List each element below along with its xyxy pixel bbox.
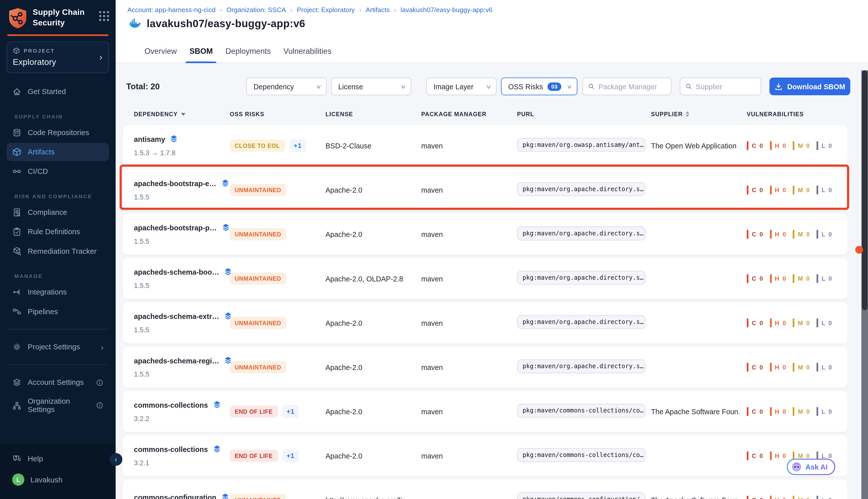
breadcrumb-artifact-name[interactable]: lavakush07/easy-buggy-app:v6 [401, 6, 493, 14]
sidebar-item-cicd[interactable]: CI/CD [7, 162, 109, 181]
sidebar-item-code-repositories[interactable]: Code Repositories [7, 123, 109, 142]
license-cell: Apache-2.0 [325, 230, 421, 239]
sidebar-collapse-button[interactable]: ‹ [110, 453, 122, 466]
vulnerability-count-L: L 0 [817, 186, 833, 194]
oss-risks-filter-dropdown[interactable]: OSS Risks 03 ∨ [501, 77, 578, 95]
purl-pill[interactable]: pkg:maven/org.apache.directory.s… [517, 226, 645, 240]
sidebar-item-account-settings[interactable]: Account Settings [7, 373, 109, 392]
sidebar-item-compliance[interactable]: Compliance [7, 203, 109, 222]
sidebar-item-integrations[interactable]: Integrations [7, 283, 109, 301]
purl-pill[interactable]: pkg:maven/commons-collections/co… [517, 448, 645, 462]
vulnerability-count-L: L 0 [817, 230, 833, 239]
purl-pill[interactable]: pkg:maven/org.apache.directory.s… [517, 315, 645, 329]
search-icon [685, 83, 692, 90]
scrollbar-thumb[interactable] [862, 70, 868, 310]
dependency-filter-dropdown[interactable]: Dependency ∨ [246, 77, 326, 95]
vulnerabilities-cell: C 0H 0M 0L 0 [747, 363, 848, 372]
page-title: lavakush07/easy-buggy-app:v6 [147, 17, 305, 30]
dependency-name: apacheds-schema-regi… [134, 356, 219, 365]
breadcrumb-account[interactable]: Account: app-harness-ng-cicd [127, 6, 216, 14]
oss-risk-badge[interactable]: +1 [282, 405, 299, 418]
docker-icon [128, 19, 142, 29]
table-row[interactable]: apacheds-schema-extr…1.5.5UNMAINTAINEDAp… [123, 302, 847, 343]
table-row[interactable]: apacheds-bootstrap-e…1.5.5UNMAINTAINEDAp… [123, 170, 847, 210]
module-accent-line [7, 35, 109, 36]
tab-vulnerabilities[interactable]: Vulnerabilities [284, 39, 331, 63]
sidebar-item-rule-definitions[interactable]: Rule Definitions [7, 222, 109, 241]
sidebar-item-project-settings[interactable]: Project Settings › [7, 338, 109, 356]
column-header-license: LICENSE [325, 111, 421, 117]
package-manager-cell: maven [421, 230, 517, 239]
oss-risk-badge[interactable]: +1 [289, 139, 306, 153]
table-row[interactable]: apacheds-schema-regi…1.5.5UNMAINTAINEDAp… [123, 346, 847, 388]
vulnerability-count-L: L 0 [817, 363, 833, 372]
column-header-vulnerabilities: VULNERABILITIES [747, 111, 848, 117]
tab-deployments[interactable]: Deployments [225, 39, 271, 63]
purl-pill[interactable]: pkg:maven/org.apache.directory.s… [517, 271, 645, 284]
license-filter-dropdown[interactable]: License ∨ [331, 77, 411, 95]
oss-risk-badge[interactable]: +1 [282, 449, 299, 463]
purl-pill[interactable]: pkg:maven/org.apache.directory.s… [517, 359, 645, 373]
section-label-supply-chain: SUPPLY CHAIN [14, 113, 108, 120]
chevron-down-icon: ∨ [486, 83, 492, 89]
table-row[interactable]: apacheds-schema-boo…1.5.5UNMAINTAINEDApa… [123, 258, 847, 299]
table-header-row: DEPENDENCY OSS RISKS LICENSE PACKAGE MAN… [123, 107, 847, 121]
oss-risks-cell: END OF LIFE+1 [230, 449, 325, 463]
sidebar-item-organization-settings[interactable]: Organization Settings [7, 393, 109, 418]
vulnerability-count-C: C 0 [747, 496, 764, 499]
supplier-search-input[interactable] [696, 82, 756, 90]
sidebar-item-remediation-tracker[interactable]: Remediation Tracker [7, 242, 109, 260]
sidebar-item-artifacts[interactable]: Artifacts [7, 143, 109, 161]
table-row[interactable]: commons-configurationUNMAINTAINEDhttp://… [123, 479, 847, 499]
package-manager-search-input[interactable] [598, 82, 666, 90]
app-window: Supply Chain Security PROJECT Explorator… [0, 0, 868, 499]
purl-pill[interactable]: pkg:maven/org.owasp.antisamy/ant… [517, 137, 645, 151]
table-row[interactable]: commons-collections3.2.1END OF LIFE+1Apa… [123, 435, 847, 476]
dependency-cell: apacheds-schema-regi…1.5.5 [134, 356, 230, 378]
sidebar-item-pipelines[interactable]: Pipelines [7, 302, 109, 321]
breadcrumb-project[interactable]: Project: Exploratory [297, 6, 355, 14]
column-header-dependency[interactable]: DEPENDENCY [134, 111, 230, 117]
vulnerabilities-cell: C 0H 0M 0L 0 [747, 186, 848, 194]
column-header-supplier[interactable]: SUPPLIER [651, 111, 747, 117]
purl-pill[interactable]: pkg:maven/commons-collections/co… [517, 403, 645, 417]
vulnerability-count-H: H 0 [770, 318, 787, 327]
sidebar-item-get-started[interactable]: Get Started [7, 83, 109, 101]
purl-pill[interactable]: pkg:maven/org.apache.directory.s… [517, 182, 645, 196]
vulnerability-count-M: M 0 [793, 363, 810, 372]
tab-overview[interactable]: Overview [144, 39, 177, 63]
purl-pill[interactable]: pkg:maven/commons-configuration/… [517, 492, 645, 499]
ai-robot-icon [791, 461, 802, 472]
organization-icon [12, 401, 21, 410]
sidebar-item-help[interactable]: Help [7, 450, 109, 468]
chevron-down-icon: ∨ [315, 83, 322, 89]
package-manager-cell: maven [421, 275, 517, 283]
home-icon [12, 87, 21, 96]
vulnerability-count-C: C 0 [747, 407, 764, 416]
breadcrumb-artifacts[interactable]: Artifacts [366, 6, 390, 14]
chevron-down-icon: ∨ [400, 83, 406, 89]
table-row[interactable]: commons-collections3.2.2END OF LIFE+1Apa… [123, 391, 847, 432]
vulnerability-count-M: M 0 [793, 407, 810, 416]
download-sbom-button[interactable]: Download SBOM [769, 77, 851, 95]
supplier-search[interactable] [680, 77, 761, 95]
breadcrumb-organization[interactable]: Organization: SSCA [226, 6, 286, 14]
code-repository-icon [12, 128, 21, 137]
product-title: Supply Chain Security [33, 7, 85, 28]
project-selector[interactable]: PROJECT Exploratory › [7, 41, 109, 73]
tab-sbom[interactable]: SBOM [189, 39, 213, 63]
vertical-scrollbar[interactable] [861, 70, 868, 499]
table-row[interactable]: apacheds-bootstrap-p…1.5.5UNMAINTAINEDAp… [123, 214, 847, 255]
dependency-cell: apacheds-schema-boo…1.5.5 [134, 268, 230, 290]
layers-icon [221, 223, 230, 232]
package-manager-cell: maven [421, 186, 517, 194]
vulnerability-count-C: C 0 [747, 186, 764, 194]
oss-risk-badge: END OF LIFE [230, 450, 278, 462]
user-menu[interactable]: L Lavakush [7, 469, 109, 490]
purl-cell: pkg:maven/org.apache.directory.s… [517, 315, 651, 331]
package-manager-search[interactable] [582, 77, 671, 95]
ask-ai-button[interactable]: Ask AI [787, 459, 835, 475]
table-row[interactable]: antisamy1.5.3 → 1.7.8CLOSE TO EOL+1BSD-2… [123, 125, 847, 166]
image-layer-filter-dropdown[interactable]: Image Layer ∨ [426, 77, 496, 95]
module-grid-icon[interactable] [99, 11, 109, 21]
